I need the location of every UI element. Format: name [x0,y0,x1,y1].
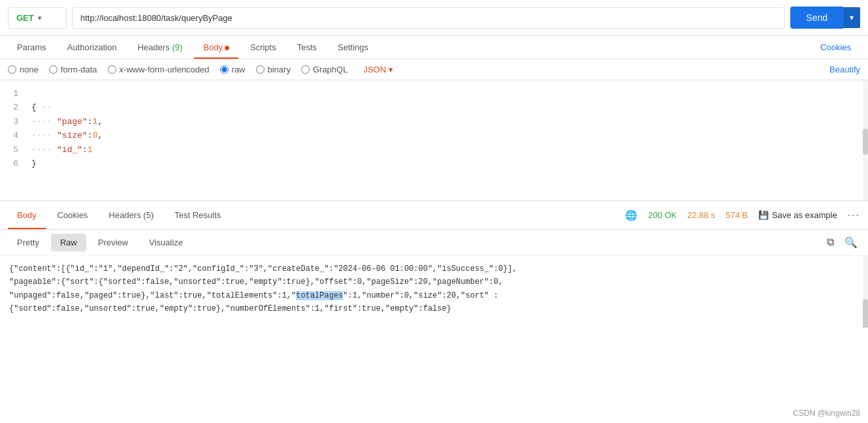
body-type-urlencoded[interactable]: x-www-form-urlencoded [108,65,210,74]
tab-tests[interactable]: Tests [288,36,326,59]
tab-body[interactable]: Body [194,36,238,59]
tab-params[interactable]: Params [8,36,56,59]
code-editor[interactable]: 1 2 3 4 5 6 { ·· ···· "page":1, ···· "si… [0,80,868,201]
send-dropdown-button[interactable]: ▾ [843,7,860,28]
code-line-6: } [31,157,863,170]
copy-icon[interactable]: ⧉ [824,234,837,251]
fmt-tab-preview[interactable]: Preview [89,234,137,251]
code-line-1 [31,87,863,101]
body-type-urlencoded-label: x-www-form-urlencoded [120,65,210,74]
json-chevron-icon: ▾ [389,65,393,74]
response-bar: Body Cookies Headers (5) Test Results 🌐 … [0,201,868,230]
method-label: GET [16,13,34,23]
editor-scrollbar-thumb [863,129,868,155]
code-line-4: ···· "size":0, [31,129,863,142]
code-line-5: ···· "id_":1 [31,143,863,157]
code-lines: 1 2 3 4 5 6 { ·· ···· "page":1, ···· "si… [0,86,868,172]
search-icon[interactable]: 🔍 [842,234,860,251]
tab-settings[interactable]: Settings [329,36,378,59]
more-options-button[interactable]: ··· [848,210,860,221]
status-code: 200 OK [648,210,677,220]
body-type-none[interactable]: none [8,65,39,74]
tab-scripts[interactable]: Scripts [241,36,285,59]
globe-icon: 🌐 [625,210,637,221]
tab-headers-badge: (9) [172,42,182,52]
response-size: 574 B [726,210,748,220]
tab-body-label: Body [203,42,223,52]
format-bar: Pretty Raw Preview Visualize ⧉ 🔍 [0,230,868,256]
format-action-icons: ⧉ 🔍 [824,234,860,251]
save-icon: 💾 [758,210,769,220]
beautify-button[interactable]: Beautify [829,65,860,74]
tab-headers[interactable]: Headers (9) [129,36,192,59]
fmt-tab-pretty[interactable]: Pretty [8,234,48,251]
body-type-binary-label: binary [268,65,291,74]
resp-tab-body[interactable]: Body [8,205,46,225]
body-type-raw-label: raw [232,65,246,74]
code-line-3: ···· "page":1, [31,115,863,129]
save-example-label: Save as example [772,210,837,220]
method-select[interactable]: GET ▾ [8,7,67,29]
code-line-2: { ·· [31,101,863,114]
body-type-raw[interactable]: raw [220,65,246,74]
send-button-group: Send ▾ [790,7,860,29]
resp-tab-test-results[interactable]: Test Results [165,205,230,225]
response-content: {"content":[{"id_":"1","dependId_":"2","… [0,256,868,328]
fmt-tab-visualize[interactable]: Visualize [140,234,192,251]
json-format-label: JSON [363,65,386,74]
fmt-tab-raw[interactable]: Raw [51,234,86,251]
cookies-link[interactable]: Cookies [811,36,860,59]
body-type-graphql[interactable]: GraphQL [301,65,347,74]
body-type-graphql-label: GraphQL [313,65,347,74]
resp-headers-badge: (5) [143,210,153,220]
body-type-form-data-label: form-data [61,65,97,74]
url-bar: GET ▾ Send ▾ [0,0,868,36]
send-button[interactable]: Send [790,7,843,29]
body-type-bar: none form-data x-www-form-urlencoded raw… [0,59,868,80]
response-time: 22.88 s [687,210,715,220]
body-dot-indicator [225,46,229,50]
request-tabs: Params Authorization Headers (9) Body Sc… [0,36,868,59]
response-status-area: 🌐 200 OK 22.88 s 574 B 💾 Save as example… [625,210,860,221]
method-chevron-icon: ▾ [38,14,41,22]
save-example-button[interactable]: 💾 Save as example [758,210,837,220]
resp-tab-headers[interactable]: Headers (5) [100,205,163,225]
json-format-select[interactable]: JSON ▾ [363,65,393,74]
response-scrollbar-thumb [863,299,868,328]
url-input[interactable] [72,7,785,29]
resp-headers-label: Headers [109,210,144,220]
response-text: {"content":[{"id_":"1","dependId_":"2","… [9,264,517,313]
tab-authorization[interactable]: Authorization [58,36,126,59]
response-scrollbar[interactable] [863,256,868,328]
line-numbers: 1 2 3 4 5 6 [0,86,26,172]
editor-scrollbar[interactable] [863,80,868,200]
code-body[interactable]: { ·· ···· "page":1, ···· "size":0, ···· … [26,86,868,172]
body-type-form-data[interactable]: form-data [49,65,97,74]
body-type-none-label: none [20,65,39,74]
body-type-binary[interactable]: binary [256,65,291,74]
tab-headers-label: Headers [138,42,172,52]
resp-tab-cookies[interactable]: Cookies [48,205,97,225]
